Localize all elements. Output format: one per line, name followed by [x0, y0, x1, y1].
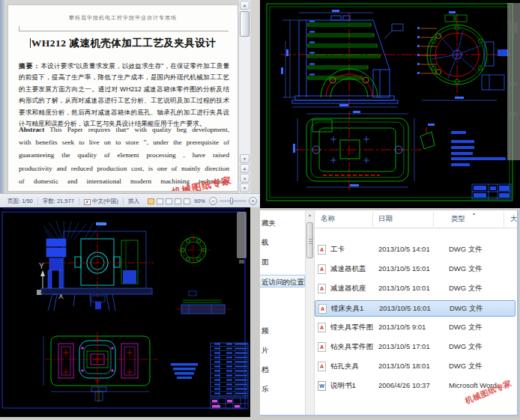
column-header-size[interactable]: 大 [510, 214, 518, 224]
file-date: 2013/10/5 17:01 [378, 342, 430, 350]
scroll-up-icon: ▲ [243, 3, 247, 7]
web-layout-view-button[interactable] [166, 198, 172, 204]
document-title: WH212 减速机壳体加工工艺及夹具设计 [14, 37, 232, 50]
column-header-row: 名称 日期 类型 大 ▲ [315, 210, 517, 228]
document-title-text: WH212 减速机壳体加工工艺及夹具设计 [31, 37, 217, 49]
status-bar-right-group: 90% − + [148, 194, 257, 207]
dwg-file-icon: A [318, 342, 326, 352]
sidebar-item-downloads[interactable]: 载 [260, 236, 305, 249]
file-date: 2013/10/5 14:01 [378, 245, 430, 253]
file-date: 2006/4/26 10:37 [378, 381, 430, 389]
scroll-up-button[interactable]: ▲ [306, 210, 314, 220]
file-row[interactable]: A 钻孔夹具 2013/10/5 18:01 DWG 文件 [315, 359, 516, 375]
abstract-en-label: Abstract [19, 126, 44, 133]
zoom-out-button[interactable]: − [209, 197, 217, 205]
dwg-file-icon: A [318, 323, 326, 332]
sidebar-item-videos[interactable]: 频 [260, 324, 305, 337]
explorer-scrollbar[interactable]: ▲ [305, 210, 315, 415]
file-type: DWG 文件 [449, 245, 483, 255]
word-count[interactable]: 字数: 21,577 [38, 198, 79, 205]
fullscreen-reading-view-button[interactable] [157, 198, 163, 204]
scrollbar-thumb[interactable] [240, 11, 250, 37]
front-right-dim-text [498, 49, 508, 56]
zoom-slider-thumb[interactable] [230, 198, 233, 204]
file-name: 减速器机盖 [330, 264, 366, 274]
abstract-chinese: 摘要：本设计要求“以质量求发展，以效益求生存”，在保证零件加工质量的前提下，提高… [19, 61, 229, 130]
file-type: DWG 文件 [449, 284, 483, 293]
file-row[interactable]: A 减速器机座 2013/10/5 10:01 DWG 文件 [315, 281, 516, 297]
scrollbar-thumb[interactable] [306, 222, 313, 258]
file-type: DWG 文件 [449, 362, 483, 371]
page-header-text: 攀枝花学院机电工程学院毕业设计专用纸 [8, 14, 238, 22]
ucs-y-label: Y [39, 262, 44, 270]
draft-view-button[interactable] [184, 198, 190, 204]
column-separator[interactable] [504, 212, 504, 227]
proofing-status-icon: ✗ [84, 199, 91, 205]
top-dim-text [96, 222, 106, 225]
file-date: 2013/10/5 9:01 [378, 323, 426, 331]
file-row[interactable]: A 钻夹具零件图 2013/10/5 17:01 DWG 文件 [315, 339, 516, 356]
outline-view-button[interactable] [175, 198, 181, 204]
screenshot-montage: 攀枝花学院机电工程学院毕业设计专用纸 WH212 减速机壳体加工工艺及夹具设计 … [0, 0, 520, 420]
status-bar-left-group: 页面: 1/50 字数: 21,577 ✗中文(中国) 插入 [3, 194, 144, 207]
file-date: 2013/10/5 15:01 [378, 264, 430, 273]
sidebar-item-music[interactable]: 乐 [260, 383, 305, 395]
file-type: DWG 文件 [449, 264, 483, 274]
abstract-cn-label: 摘要： [19, 62, 40, 70]
zoom-slider[interactable] [220, 200, 247, 202]
column-header-name[interactable]: 名称 [321, 214, 335, 224]
file-row[interactable]: A 镗夹具零件图 2013/10/5 9:01 DWG 文件 [315, 320, 516, 336]
explorer-sidebar: 藏夹 载 面 近访问的位置 频 片 档 乐 [260, 210, 305, 415]
word-status-bar: 页面: 1/50 字数: 21,577 ✗中文(中国) 插入 90% − + [0, 193, 260, 207]
file-row-selected[interactable]: A 镗床夹具1 2013/10/5 16:01 DWG 文件 [315, 300, 516, 317]
word-file-icon: W [318, 381, 326, 391]
file-name: 工卡 [330, 245, 345, 255]
dwg-file-icon: A [318, 362, 326, 371]
cad-fixture-canvas: Y X [0, 207, 250, 417]
file-name: 钻夹具零件图 [330, 342, 373, 352]
document-page[interactable]: 攀枝花学院机电工程学院毕业设计专用纸 WH212 减速机壳体加工工艺及夹具设计 … [7, 4, 238, 192]
select-browse-object-button[interactable]: ● [240, 174, 250, 183]
sidebar-item-pictures[interactable]: 片 [260, 344, 305, 356]
zoom-in-button[interactable]: + [249, 197, 257, 205]
file-date: 2013/10/5 16:01 [379, 304, 431, 312]
language-indicator[interactable]: ✗中文(中国) [79, 198, 124, 205]
scroll-up-button[interactable]: ▲ [240, 1, 250, 10]
cad-drawing-fixture: Y X [0, 207, 250, 417]
previous-page-icon: ▲ [243, 166, 247, 171]
dwg-file-icon: A [318, 304, 327, 314]
file-date: 2013/10/5 10:01 [378, 284, 430, 292]
scroll-down-icon: ▼ [243, 156, 247, 161]
scroll-down-button[interactable]: ▼ [240, 154, 250, 163]
column-separator[interactable] [372, 212, 373, 227]
column-header-type[interactable]: 类型 [451, 214, 465, 224]
word-vertical-scrollbar[interactable]: ▲ ▼ ▲ ● ▼ [238, 0, 250, 193]
file-name: 钻孔夹具 [330, 362, 359, 371]
file-row[interactable]: A 工卡 2013/10/5 14:01 DWG 文件 [315, 242, 516, 258]
file-name: 镗夹具零件图 [330, 323, 373, 332]
column-separator[interactable] [433, 212, 434, 227]
file-row[interactable]: A 减速器机盖 2013/10/5 15:01 DWG 文件 [315, 261, 516, 278]
cad-scrollbar-overlay [507, 3, 520, 160]
sidebar-item-recent-places[interactable]: 近访问的位置 [260, 275, 305, 287]
word-window-left-edge [0, 0, 4, 193]
column-header-date[interactable]: 日期 [378, 214, 393, 224]
scroll-up-icon: ▲ [308, 213, 312, 217]
dwg-file-icon: A [318, 245, 326, 255]
browse-object-icon: ● [244, 176, 246, 180]
next-page-button[interactable]: ▼ [240, 183, 250, 192]
front-top-dim [449, 11, 456, 13]
file-name: 说明书1 [330, 381, 356, 391]
zoom-level-label[interactable]: 90% [194, 198, 205, 204]
file-name: 减速器机座 [330, 284, 366, 293]
sidebar-item-desktop[interactable]: 面 [260, 255, 305, 268]
file-date: 2013/10/5 18:01 [378, 362, 430, 370]
previous-page-button[interactable]: ▲ [240, 164, 250, 173]
sidebar-item-documents[interactable]: 档 [260, 363, 305, 376]
sidebar-item-favorites[interactable]: 藏夹 [260, 216, 305, 229]
file-type: DWG 文件 [449, 342, 483, 352]
insert-mode-indicator[interactable]: 插入 [124, 198, 144, 205]
dwg-file-icon: A [318, 284, 326, 293]
print-layout-view-button[interactable] [148, 198, 154, 204]
page-indicator[interactable]: 页面: 1/50 [3, 198, 38, 205]
